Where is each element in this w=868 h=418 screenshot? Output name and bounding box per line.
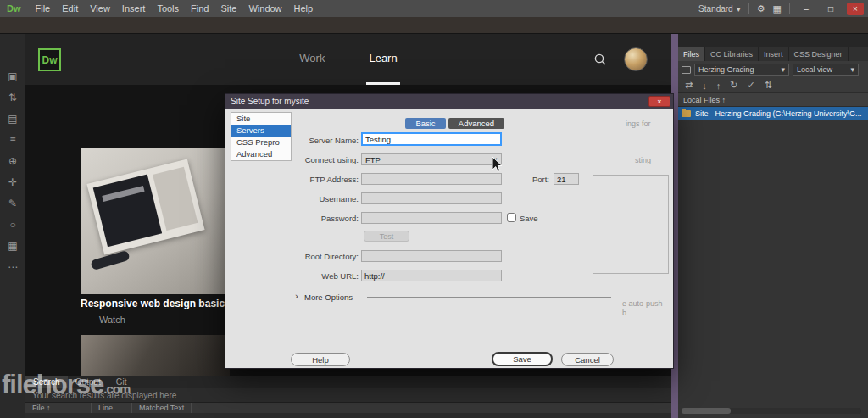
laptop-keyboard-graphic — [153, 167, 198, 231]
avatar[interactable] — [624, 47, 648, 71]
search-results-message: Your search results are displayed here — [25, 388, 671, 402]
divider — [748, 3, 749, 14]
tab-css-designer[interactable]: CSS Designer — [789, 47, 849, 61]
check-out-icon[interactable]: ✓ — [747, 80, 754, 91]
menu-view[interactable]: View — [84, 3, 116, 14]
view-selector[interactable]: Local view ▾ — [793, 64, 859, 76]
server-name-input[interactable] — [361, 132, 502, 146]
tab-cc-libraries[interactable]: CC Libraries — [705, 47, 759, 61]
dialog-close-button[interactable]: × — [648, 96, 670, 107]
tab-work[interactable]: Work — [297, 34, 327, 85]
layout-grid-icon[interactable]: ▦ — [773, 3, 782, 14]
layout-icon[interactable]: ▦ — [7, 241, 19, 251]
search-icon[interactable] — [593, 53, 607, 66]
column-matched-text[interactable]: Matched Text — [132, 403, 192, 413]
position-icon[interactable]: ✛ — [7, 177, 19, 187]
connect-using-value: FTP — [365, 155, 381, 164]
menu-help[interactable]: Help — [288, 3, 320, 14]
site-selector[interactable]: Herzing Grading ▾ — [694, 64, 789, 76]
username-label: Username: — [234, 194, 359, 203]
root-directory-input[interactable] — [361, 250, 502, 262]
save-checkbox-label: Save — [520, 214, 538, 223]
save-checkbox[interactable] — [507, 213, 516, 222]
article-title[interactable]: Responsive web design basics — [81, 298, 231, 309]
web-url-input[interactable] — [361, 270, 502, 281]
minimize-button[interactable]: – — [798, 3, 815, 15]
port-input[interactable] — [554, 173, 579, 185]
tab-learn[interactable]: Learn — [366, 34, 399, 85]
scrollbar-thumb[interactable] — [682, 408, 731, 414]
close-button[interactable]: × — [847, 3, 864, 15]
site-root-row[interactable]: Site - Herzing Grading (G:\Herzing Unive… — [678, 107, 868, 120]
site-setup-dialog: Site Setup for mysite × Site Servers CSS… — [225, 93, 674, 369]
test-button[interactable]: Test — [364, 231, 409, 242]
password-input[interactable] — [361, 212, 502, 224]
watch-link[interactable]: Watch — [99, 315, 125, 325]
refresh-icon[interactable]: ↻ — [730, 80, 737, 91]
tab-advanced[interactable]: Advanced — [448, 118, 504, 129]
more-options-toggle[interactable]: More Options — [304, 293, 353, 302]
tab-output[interactable]: Output — [68, 376, 108, 388]
menu-site[interactable]: Site — [214, 3, 242, 14]
save-button[interactable]: Save — [492, 352, 553, 366]
horizontal-scrollbar[interactable] — [682, 408, 861, 414]
maximize-button[interactable]: □ — [822, 3, 839, 15]
document-toolbar — [0, 17, 868, 34]
server-name-label: Server Name: — [234, 136, 359, 145]
files-icon[interactable]: ▣ — [7, 71, 19, 81]
gear-icon[interactable]: ⚙ — [757, 3, 765, 14]
article-thumbnail-2[interactable] — [81, 335, 230, 376]
category-site[interactable]: Site — [231, 113, 291, 125]
assets-icon[interactable]: ▤ — [7, 114, 19, 124]
web-url-label: Web URL: — [234, 271, 359, 281]
menu-edit[interactable]: Edit — [56, 3, 84, 14]
connect-icon[interactable]: ⇄ — [685, 80, 693, 91]
column-file[interactable]: File ↑ — [25, 403, 92, 413]
root-directory-label: Root Directory: — [234, 252, 359, 261]
files-panel: Files CC Libraries Insert CSS Designer H… — [678, 34, 868, 418]
ftp-address-input[interactable] — [361, 173, 502, 185]
ftp-address-label: FTP Address: — [234, 175, 359, 184]
category-servers[interactable]: Servers — [231, 125, 291, 137]
column-line[interactable]: Line — [92, 403, 132, 413]
more-icon[interactable]: ⋯ — [7, 262, 19, 272]
tab-insert[interactable]: Insert — [759, 47, 789, 61]
folder-icon — [682, 110, 691, 117]
menu-window[interactable]: Window — [242, 3, 287, 14]
dom-icon[interactable]: ≡ — [7, 135, 19, 145]
workspace-selector[interactable]: Standard ▾ — [698, 4, 741, 14]
tab-basic[interactable]: Basic — [405, 118, 446, 129]
connect-using-select[interactable]: FTP ∨ — [361, 153, 502, 165]
swap-icon[interactable]: ⇅ — [7, 92, 19, 103]
menu-file[interactable]: File — [30, 3, 57, 14]
results-header-row: File ↑ Line Matched Text — [25, 402, 671, 413]
menu-tools[interactable]: Tools — [151, 3, 185, 14]
snippets-icon[interactable]: ✎ — [7, 198, 19, 209]
output-panel: Search Output Git Your search results ar… — [25, 376, 671, 418]
menu-insert[interactable]: Insert — [116, 3, 152, 14]
home-header: Dw Work Learn — [25, 34, 671, 85]
cancel-button[interactable]: Cancel — [561, 353, 614, 366]
local-files-header[interactable]: Local Files ↑ — [678, 93, 868, 107]
dialog-titlebar[interactable]: Site Setup for mysite × — [225, 94, 673, 109]
get-files-icon[interactable]: ↓ — [702, 81, 707, 91]
sync-icon[interactable]: ⇅ — [765, 80, 772, 91]
tab-files[interactable]: Files — [678, 47, 705, 61]
artifact-box — [593, 175, 669, 274]
username-input[interactable] — [361, 192, 502, 204]
dialog-title: Site Setup for mysite — [231, 97, 309, 106]
laptop-screen-graphic — [93, 174, 162, 247]
artifact-text: e auto-push — [622, 299, 663, 308]
extract-icon[interactable]: ⊕ — [7, 156, 19, 166]
left-toolbar: ▣ ⇅ ▤ ≡ ⊕ ✛ ✎ ○ ▦ ⋯ — [0, 34, 25, 418]
chevron-down-icon: ▾ — [850, 65, 854, 74]
comments-icon[interactable]: ○ — [7, 220, 19, 230]
view-selector-value: Local view — [797, 65, 832, 74]
chevron-right-icon: › — [295, 292, 298, 301]
menu-find[interactable]: Find — [185, 3, 214, 14]
tab-git[interactable]: Git — [108, 376, 135, 388]
put-files-icon[interactable]: ↑ — [716, 81, 721, 91]
article-thumbnail[interactable] — [81, 148, 230, 294]
help-button[interactable]: Help — [291, 353, 350, 366]
tab-search[interactable]: Search — [25, 376, 68, 388]
